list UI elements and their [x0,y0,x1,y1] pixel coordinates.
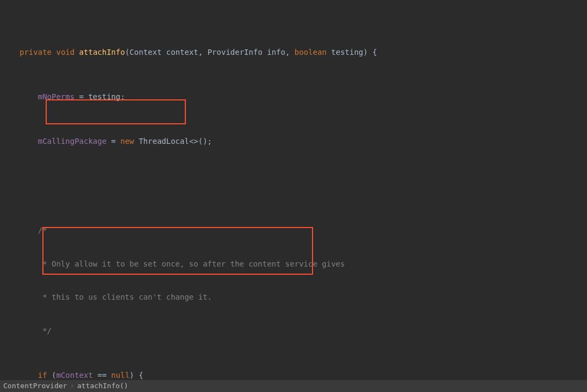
breadcrumb[interactable]: ContentProvider › attachInfo() [0,380,587,392]
breadcrumb-method[interactable]: attachInfo() [77,380,128,392]
method-name: attachInfo [79,48,125,56]
breadcrumb-class[interactable]: ContentProvider [3,380,67,392]
annotation-highlight-box [46,99,186,124]
code-line [0,180,587,192]
code-line: */ [0,325,587,337]
code-line: mCallingPackage = new ThreadLocal<>(); [0,136,587,147]
code-line: * Only allow it to be set once, so after… [0,258,587,270]
code-editor[interactable]: private void attachInfo(Context context,… [0,0,587,380]
code-line: mNoPerms = testing; [0,91,587,103]
code-line: private void attachInfo(Context context,… [0,47,587,58]
code-line: /* [0,225,587,236]
keyword-private: private [20,48,52,56]
code-line: * this to us clients can't change it. [0,292,587,303]
breadcrumb-separator-icon: › [70,380,74,392]
keyword-void: void [56,48,74,56]
code-line: if (mContext == null) { [0,370,587,381]
